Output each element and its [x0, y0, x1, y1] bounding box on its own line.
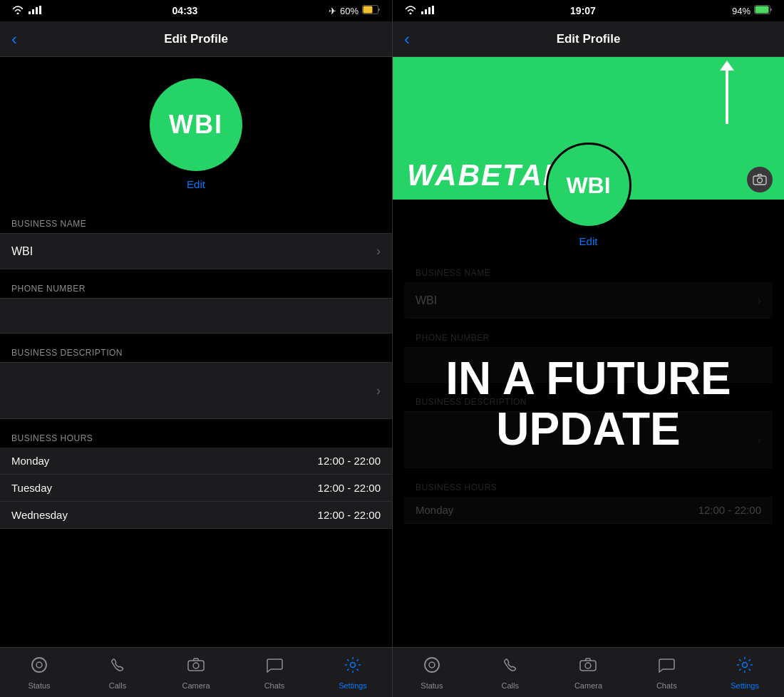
- left-hours-wednesday: Wednesday 12:00 - 22:00: [0, 502, 392, 529]
- left-tuesday-day: Tuesday: [11, 482, 52, 494]
- airplane-icon: ✈: [329, 6, 336, 16]
- left-tab-calls-label: Calls: [109, 681, 126, 690]
- left-phone-panel: 04:33 ✈ 60% ‹ Edit Profile WBI Edit BUSI…: [0, 0, 392, 697]
- svg-point-23: [743, 662, 748, 667]
- right-tab-settings-label: Settings: [731, 681, 759, 690]
- svg-rect-14: [432, 6, 434, 14]
- left-profile-section: WBI Edit: [0, 57, 392, 205]
- left-time: 04:33: [172, 5, 198, 16]
- right-phone-panel: 19:07 94% ‹ Edit Profile WABETAINFO WBI: [393, 0, 784, 697]
- svg-rect-1: [32, 9, 34, 14]
- right-battery-text: 94%: [732, 6, 751, 16]
- left-status-right: ✈ 60%: [329, 5, 381, 16]
- right-tab-chats[interactable]: Chats: [627, 656, 706, 690]
- left-business-name-row[interactable]: WBI ›: [0, 233, 392, 269]
- left-battery-icon: [362, 5, 381, 16]
- future-update-overlay: IN A FUTUREUPDATE: [393, 261, 784, 547]
- left-back-button[interactable]: ‹: [11, 29, 17, 49]
- left-chats-icon: [265, 656, 284, 678]
- left-battery-text: 60%: [340, 6, 359, 16]
- left-business-name-chevron: ›: [376, 244, 381, 259]
- left-nav-bar: ‹ Edit Profile: [0, 21, 392, 57]
- left-avatar[interactable]: WBI: [150, 78, 242, 171]
- left-hours-tuesday: Tuesday 12:00 - 22:00: [0, 475, 392, 502]
- right-battery-icon: [754, 5, 773, 16]
- left-wednesday-day: Wednesday: [11, 509, 68, 521]
- right-chats-icon: [657, 656, 676, 678]
- arrow-head: [720, 61, 734, 71]
- left-camera-icon: [187, 656, 205, 678]
- right-banner-area: WABETAINFO WBI: [393, 57, 784, 200]
- left-tab-chats-label: Chats: [264, 681, 285, 690]
- left-tuesday-time: 12:00 - 22:00: [318, 482, 381, 494]
- signal-icon: [29, 6, 41, 16]
- left-tab-calls[interactable]: Calls: [78, 656, 157, 690]
- svg-rect-2: [36, 7, 38, 14]
- svg-rect-21: [580, 661, 596, 671]
- right-time: 19:07: [570, 5, 596, 16]
- right-nav-bar: ‹ Edit Profile: [393, 21, 784, 57]
- svg-rect-16: [755, 6, 769, 14]
- right-tab-chats-label: Chats: [656, 681, 677, 690]
- right-tab-calls-label: Calls: [501, 681, 518, 690]
- svg-rect-17: [753, 176, 766, 185]
- left-hours-monday: Monday 12:00 - 22:00: [0, 448, 392, 475]
- left-tab-status[interactable]: Status: [0, 656, 78, 690]
- right-tab-bar: Status Calls Camera: [393, 647, 784, 697]
- left-calls-icon: [108, 656, 127, 678]
- left-hours-label: BUSINESS HOURS: [0, 419, 392, 448]
- right-tab-settings[interactable]: Settings: [706, 656, 784, 690]
- arrow-shaft: [726, 71, 728, 124]
- left-phone-row[interactable]: [0, 298, 392, 334]
- svg-point-20: [429, 662, 435, 668]
- left-monday-time: 12:00 - 22:00: [318, 455, 381, 467]
- left-tab-status-label: Status: [28, 681, 50, 690]
- svg-point-9: [193, 663, 199, 668]
- left-desc-row[interactable]: ›: [0, 362, 392, 419]
- right-tab-camera[interactable]: Camera: [550, 656, 628, 690]
- right-tab-status[interactable]: Status: [393, 656, 471, 690]
- left-tab-settings-label: Settings: [339, 681, 367, 690]
- svg-point-7: [36, 662, 42, 668]
- right-signal-icon: [421, 6, 434, 16]
- svg-rect-5: [363, 6, 373, 14]
- right-business-name-container: WBI › IN A FUTUREUPDATE: [404, 282, 773, 319]
- right-status-left: [404, 6, 434, 16]
- right-tab-calls[interactable]: Calls: [471, 656, 550, 690]
- left-settings-icon: [344, 656, 362, 678]
- right-back-button[interactable]: ‹: [404, 29, 410, 49]
- left-status-bar: 04:33 ✈ 60%: [0, 0, 392, 21]
- right-calls-icon: [501, 656, 520, 678]
- svg-rect-3: [39, 6, 41, 14]
- right-tab-camera-label: Camera: [574, 681, 602, 690]
- svg-point-18: [758, 178, 763, 183]
- svg-point-10: [351, 662, 356, 667]
- right-arrow-overlay: [720, 61, 734, 124]
- right-edit-link[interactable]: Edit: [579, 235, 598, 247]
- right-status-right: 94%: [732, 5, 773, 16]
- left-edit-link[interactable]: Edit: [187, 178, 205, 190]
- left-desc-label: BUSINESS DESCRIPTION: [0, 334, 392, 362]
- left-phone-label: PHONE NUMBER: [0, 269, 392, 298]
- left-business-name-value: WBI: [11, 245, 33, 258]
- left-tab-settings[interactable]: Settings: [314, 656, 392, 690]
- left-monday-day: Monday: [11, 455, 49, 467]
- wifi-icon: [11, 6, 24, 16]
- left-tab-bar: Status Calls Camera: [0, 647, 392, 697]
- svg-rect-8: [188, 661, 204, 671]
- left-tab-camera[interactable]: Camera: [157, 656, 235, 690]
- svg-rect-12: [425, 9, 427, 14]
- svg-point-22: [585, 663, 591, 668]
- right-banner-avatar[interactable]: WBI: [546, 143, 631, 228]
- left-business-name-label: BUSINESS NAME: [0, 205, 392, 233]
- right-camera-button[interactable]: [747, 167, 773, 192]
- right-wifi-icon: [404, 6, 417, 16]
- left-form-content: BUSINESS NAME WBI › PHONE NUMBER BUSINES…: [0, 205, 392, 647]
- svg-rect-0: [29, 11, 31, 14]
- right-nav-title: Edit Profile: [557, 32, 621, 46]
- svg-rect-11: [421, 11, 423, 14]
- left-status-icon: [30, 656, 48, 678]
- svg-point-19: [425, 658, 439, 672]
- left-tab-chats[interactable]: Chats: [235, 656, 314, 690]
- left-wednesday-time: 12:00 - 22:00: [318, 509, 381, 521]
